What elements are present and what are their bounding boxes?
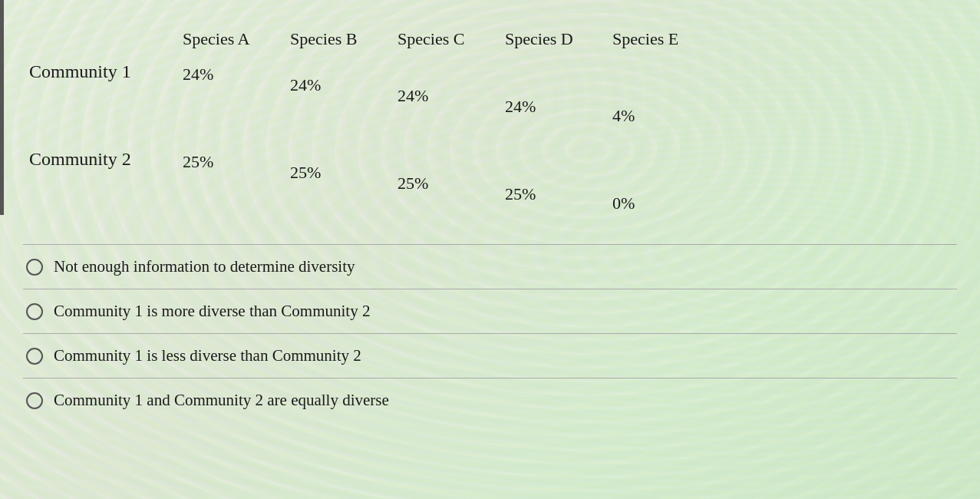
radio-button-3[interactable] — [26, 348, 43, 365]
left-bar — [0, 0, 4, 215]
col-header-species-e: Species E — [606, 23, 706, 54]
col-header-species-d: Species D — [499, 23, 606, 54]
option-2-text: Community 1 is more diverse than Communi… — [54, 302, 370, 321]
option-3[interactable]: Community 1 is less diverse than Communi… — [23, 334, 957, 378]
radio-button-4[interactable] — [26, 392, 43, 409]
option-1[interactable]: Not enough information to determine dive… — [23, 244, 957, 289]
option-3-text: Community 1 is less diverse than Communi… — [54, 346, 361, 365]
col-header-species-c: Species C — [391, 23, 499, 54]
row-label-community2: Community 2 — [23, 141, 177, 229]
cell-c1-b: 24% — [284, 54, 391, 141]
col-header-species-a: Species A — [177, 23, 284, 54]
table-row: Community 2 25% 25% 25% 25% 0% — [23, 141, 957, 229]
col-header-species-b: Species B — [284, 23, 391, 54]
cell-c2-c: 25% — [391, 141, 499, 229]
answer-options: Not enough information to determine dive… — [23, 244, 957, 422]
data-table: Species A Species B Species C Species D … — [23, 23, 957, 229]
col-header-empty — [23, 23, 177, 54]
table-row: Community 1 24% 24% 24% 24% 4% — [23, 54, 957, 141]
table-header: Species A Species B Species C Species D … — [23, 23, 957, 54]
option-1-text: Not enough information to determine dive… — [54, 257, 355, 276]
row-label-community1: Community 1 — [23, 54, 177, 141]
option-2[interactable]: Community 1 is more diverse than Communi… — [23, 289, 957, 334]
cell-c1-d: 24% — [499, 54, 606, 141]
cell-c1-e: 4% — [606, 54, 706, 141]
radio-button-1[interactable] — [26, 259, 43, 276]
cell-c1-c: 24% — [391, 54, 499, 141]
option-4[interactable]: Community 1 and Community 2 are equally … — [23, 378, 957, 422]
cell-c2-a: 25% — [177, 141, 284, 229]
option-4-text: Community 1 and Community 2 are equally … — [54, 391, 389, 410]
radio-button-2[interactable] — [26, 303, 43, 320]
cell-c2-d: 25% — [499, 141, 606, 229]
cell-c1-a: 24% — [177, 54, 284, 141]
cell-c2-e: 0% — [606, 141, 706, 229]
cell-c2-b: 25% — [284, 141, 391, 229]
